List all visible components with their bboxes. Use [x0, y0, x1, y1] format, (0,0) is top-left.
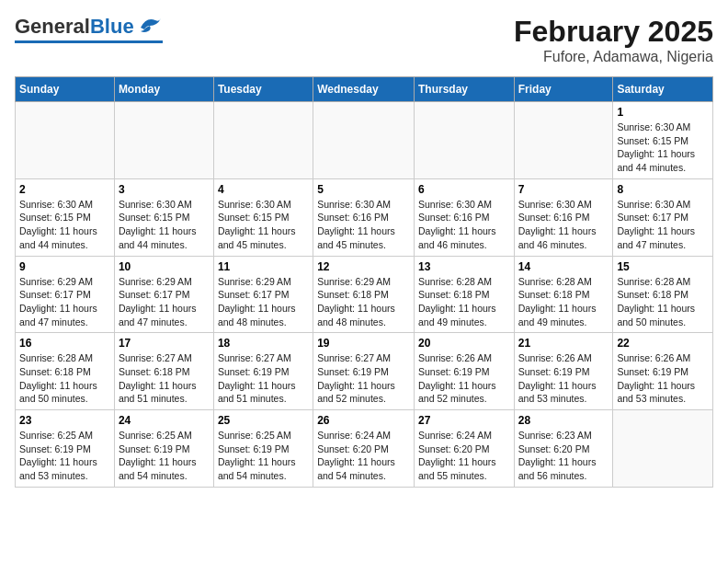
- logo: GeneralBlue: [15, 15, 163, 43]
- weekday-header-wednesday: Wednesday: [313, 77, 415, 102]
- day-info: Sunrise: 6:24 AM Sunset: 6:20 PM Dayligh…: [317, 429, 410, 483]
- day-number: 12: [317, 260, 410, 273]
- day-number: 23: [19, 414, 110, 427]
- day-number: 16: [19, 337, 110, 350]
- calendar-cell: 17Sunrise: 6:27 AM Sunset: 6:18 PM Dayli…: [114, 333, 213, 410]
- day-info: Sunrise: 6:23 AM Sunset: 6:20 PM Dayligh…: [518, 429, 609, 483]
- calendar-cell: [514, 102, 613, 179]
- calendar-cell: 13Sunrise: 6:28 AM Sunset: 6:18 PM Dayli…: [414, 256, 514, 333]
- calendar-cell: 11Sunrise: 6:29 AM Sunset: 6:17 PM Dayli…: [213, 256, 313, 333]
- calendar-cell: [213, 102, 313, 179]
- calendar-cell: 19Sunrise: 6:27 AM Sunset: 6:19 PM Dayli…: [313, 333, 415, 410]
- day-info: Sunrise: 6:30 AM Sunset: 6:15 PM Dayligh…: [218, 198, 309, 252]
- calendar-cell: [613, 410, 713, 488]
- calendar-cell: 8Sunrise: 6:30 AM Sunset: 6:17 PM Daylig…: [613, 178, 713, 256]
- week-row-4: 16Sunrise: 6:28 AM Sunset: 6:18 PM Dayli…: [16, 333, 713, 410]
- calendar-cell: 26Sunrise: 6:24 AM Sunset: 6:20 PM Dayli…: [313, 410, 415, 488]
- day-info: Sunrise: 6:30 AM Sunset: 6:15 PM Dayligh…: [119, 198, 210, 252]
- calendar-cell: 2Sunrise: 6:30 AM Sunset: 6:15 PM Daylig…: [16, 178, 115, 256]
- logo-underline: [15, 40, 163, 43]
- calendar-cell: 21Sunrise: 6:26 AM Sunset: 6:19 PM Dayli…: [514, 333, 613, 410]
- day-info: Sunrise: 6:29 AM Sunset: 6:18 PM Dayligh…: [317, 275, 410, 329]
- day-info: Sunrise: 6:28 AM Sunset: 6:18 PM Dayligh…: [617, 275, 709, 329]
- weekday-header-thursday: Thursday: [414, 77, 514, 102]
- day-info: Sunrise: 6:30 AM Sunset: 6:16 PM Dayligh…: [317, 198, 410, 252]
- day-number: 18: [218, 337, 309, 350]
- calendar-cell: [313, 102, 415, 179]
- logo-blue: Blue: [90, 15, 134, 38]
- calendar-cell: 22Sunrise: 6:26 AM Sunset: 6:19 PM Dayli…: [613, 333, 713, 410]
- day-info: Sunrise: 6:26 AM Sunset: 6:19 PM Dayligh…: [418, 351, 510, 406]
- page-header: GeneralBlue February 2025 Fufore, Adamaw…: [15, 15, 713, 65]
- calendar-cell: 23Sunrise: 6:25 AM Sunset: 6:19 PM Dayli…: [16, 410, 115, 488]
- month-title: February 2025: [514, 15, 713, 49]
- day-number: 25: [218, 414, 309, 427]
- day-number: 17: [119, 337, 210, 350]
- day-number: 19: [317, 337, 410, 350]
- day-info: Sunrise: 6:26 AM Sunset: 6:19 PM Dayligh…: [518, 351, 609, 406]
- day-number: 22: [617, 337, 709, 350]
- day-number: 20: [418, 337, 510, 350]
- calendar-cell: 9Sunrise: 6:29 AM Sunset: 6:17 PM Daylig…: [16, 256, 115, 333]
- weekday-header-row: SundayMondayTuesdayWednesdayThursdayFrid…: [16, 77, 713, 102]
- calendar-cell: 16Sunrise: 6:28 AM Sunset: 6:18 PM Dayli…: [16, 333, 115, 410]
- day-number: 7: [518, 183, 609, 196]
- day-number: 14: [518, 260, 609, 273]
- day-info: Sunrise: 6:30 AM Sunset: 6:16 PM Dayligh…: [518, 198, 609, 252]
- day-number: 1: [617, 106, 709, 119]
- calendar-header: SundayMondayTuesdayWednesdayThursdayFrid…: [16, 77, 713, 102]
- day-info: Sunrise: 6:30 AM Sunset: 6:16 PM Dayligh…: [418, 198, 510, 252]
- day-number: 15: [617, 260, 709, 273]
- day-number: 28: [518, 414, 609, 427]
- day-number: 6: [418, 183, 510, 196]
- calendar-cell: 1Sunrise: 6:30 AM Sunset: 6:15 PM Daylig…: [613, 102, 713, 179]
- week-row-5: 23Sunrise: 6:25 AM Sunset: 6:19 PM Dayli…: [16, 410, 713, 488]
- day-number: 11: [218, 260, 309, 273]
- day-number: 4: [218, 183, 309, 196]
- calendar-cell: [114, 102, 213, 179]
- calendar-cell: 7Sunrise: 6:30 AM Sunset: 6:16 PM Daylig…: [514, 178, 613, 256]
- week-row-3: 9Sunrise: 6:29 AM Sunset: 6:17 PM Daylig…: [16, 256, 713, 333]
- logo-bird-icon: [137, 15, 163, 35]
- week-row-2: 2Sunrise: 6:30 AM Sunset: 6:15 PM Daylig…: [16, 178, 713, 256]
- calendar-cell: 3Sunrise: 6:30 AM Sunset: 6:15 PM Daylig…: [114, 178, 213, 256]
- day-number: 13: [418, 260, 510, 273]
- calendar-cell: 25Sunrise: 6:25 AM Sunset: 6:19 PM Dayli…: [213, 410, 313, 488]
- day-info: Sunrise: 6:30 AM Sunset: 6:15 PM Dayligh…: [617, 121, 709, 175]
- weekday-header-tuesday: Tuesday: [213, 77, 313, 102]
- day-info: Sunrise: 6:25 AM Sunset: 6:19 PM Dayligh…: [19, 429, 110, 483]
- calendar-cell: 24Sunrise: 6:25 AM Sunset: 6:19 PM Dayli…: [114, 410, 213, 488]
- day-info: Sunrise: 6:28 AM Sunset: 6:18 PM Dayligh…: [518, 275, 609, 329]
- day-number: 27: [418, 414, 510, 427]
- day-info: Sunrise: 6:25 AM Sunset: 6:19 PM Dayligh…: [119, 429, 210, 483]
- calendar-cell: 14Sunrise: 6:28 AM Sunset: 6:18 PM Dayli…: [514, 256, 613, 333]
- day-number: 2: [19, 183, 110, 196]
- day-number: 21: [518, 337, 609, 350]
- day-info: Sunrise: 6:25 AM Sunset: 6:19 PM Dayligh…: [218, 429, 309, 483]
- week-row-1: 1Sunrise: 6:30 AM Sunset: 6:15 PM Daylig…: [16, 102, 713, 179]
- day-info: Sunrise: 6:27 AM Sunset: 6:18 PM Dayligh…: [119, 351, 210, 406]
- location-title: Fufore, Adamawa, Nigeria: [514, 49, 713, 65]
- day-info: Sunrise: 6:24 AM Sunset: 6:20 PM Dayligh…: [418, 429, 510, 483]
- calendar-cell: [16, 102, 115, 179]
- calendar-cell: 18Sunrise: 6:27 AM Sunset: 6:19 PM Dayli…: [213, 333, 313, 410]
- day-info: Sunrise: 6:26 AM Sunset: 6:19 PM Dayligh…: [617, 351, 709, 406]
- calendar-cell: 6Sunrise: 6:30 AM Sunset: 6:16 PM Daylig…: [414, 178, 514, 256]
- calendar-cell: 4Sunrise: 6:30 AM Sunset: 6:15 PM Daylig…: [213, 178, 313, 256]
- weekday-header-monday: Monday: [114, 77, 213, 102]
- calendar-cell: 20Sunrise: 6:26 AM Sunset: 6:19 PM Dayli…: [414, 333, 514, 410]
- weekday-header-sunday: Sunday: [16, 77, 115, 102]
- calendar-cell: 28Sunrise: 6:23 AM Sunset: 6:20 PM Dayli…: [514, 410, 613, 488]
- calendar-cell: 5Sunrise: 6:30 AM Sunset: 6:16 PM Daylig…: [313, 178, 415, 256]
- calendar-cell: 27Sunrise: 6:24 AM Sunset: 6:20 PM Dayli…: [414, 410, 514, 488]
- day-info: Sunrise: 6:29 AM Sunset: 6:17 PM Dayligh…: [119, 275, 210, 329]
- day-number: 5: [317, 183, 410, 196]
- calendar-table: SundayMondayTuesdayWednesdayThursdayFrid…: [15, 76, 713, 488]
- day-info: Sunrise: 6:27 AM Sunset: 6:19 PM Dayligh…: [218, 351, 309, 406]
- calendar-cell: [414, 102, 514, 179]
- day-info: Sunrise: 6:28 AM Sunset: 6:18 PM Dayligh…: [19, 351, 110, 406]
- day-number: 3: [119, 183, 210, 196]
- logo-text: GeneralBlue: [15, 15, 134, 39]
- day-info: Sunrise: 6:27 AM Sunset: 6:19 PM Dayligh…: [317, 351, 410, 406]
- day-info: Sunrise: 6:29 AM Sunset: 6:17 PM Dayligh…: [19, 275, 110, 329]
